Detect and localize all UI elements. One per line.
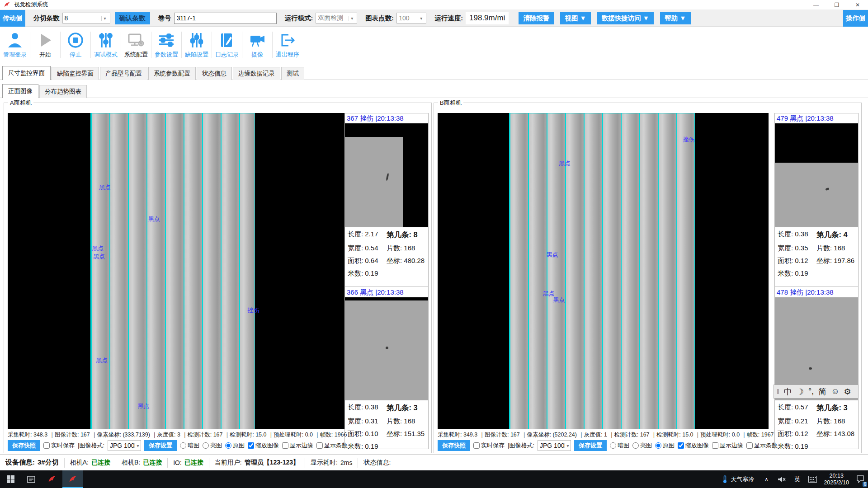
dark-image-radio-input[interactable] — [180, 442, 186, 449]
clear-alarm-button[interactable]: 清除报警 — [519, 12, 554, 24]
defect-card[interactable]: 367 挫伤 |20:13:38 长度: 2.17第几条: 8宽度: 0.54片… — [345, 113, 428, 280]
maximize-button[interactable]: ❐ — [826, 0, 847, 9]
realtime-save-checkbox[interactable]: 实时保存 — [43, 441, 75, 450]
toolbar-button-system-config[interactable]: 系统配置 — [121, 31, 151, 59]
original-image-radio[interactable]: 原图 — [655, 441, 675, 450]
io-conn-status: 已连接 — [184, 459, 203, 467]
show-edge-checkbox[interactable]: 显示边缘 — [712, 441, 743, 450]
original-image-radio-input[interactable] — [225, 442, 231, 449]
defect-card[interactable]: 478 挫伤 |20:13:38 长度: 0.57第几条: 3宽度: 0.21片… — [775, 286, 858, 449]
defect-field: 宽度: 0.54 — [348, 244, 387, 253]
main-tab-2[interactable]: 产品型号配置 — [100, 67, 147, 80]
bright-image-radio[interactable]: 亮图 — [203, 441, 222, 450]
dark-image-radio[interactable]: 暗图 — [610, 441, 629, 450]
toolbar-button-log[interactable]: 日志记录 — [212, 31, 242, 59]
ime-grip-handle[interactable]: ‖ — [777, 388, 779, 395]
original-image-radio[interactable]: 原图 — [225, 441, 245, 450]
realtime-save-checkbox-input[interactable] — [473, 442, 480, 449]
toolbar-button-play[interactable]: 开始 — [30, 31, 60, 59]
defect-field: 宽度: 0.21 — [778, 417, 816, 426]
toolbar-button-param-settings[interactable]: 参数设置 — [151, 31, 181, 59]
ime-halfmoon-icon[interactable]: ☽ — [797, 387, 804, 397]
original-image-radio-input[interactable] — [655, 442, 661, 449]
save-snapshot-button[interactable]: 保存快照 — [8, 440, 40, 451]
ime-simplified-icon[interactable]: 简 — [818, 386, 826, 397]
show-hidden-icons-button[interactable]: ∧ — [759, 470, 774, 488]
dark-image-radio-input[interactable] — [610, 442, 616, 449]
main-tab-5[interactable]: 边缘数据记录 — [233, 67, 280, 80]
realtime-save-checkbox-input[interactable] — [43, 442, 50, 449]
clock-tray-item[interactable]: 20:13 2025/2/10 — [820, 473, 853, 486]
zoom-image-checkbox-input[interactable] — [248, 442, 254, 449]
ime-settings-gear-icon[interactable]: ⚙ — [844, 387, 851, 397]
bright-image-radio[interactable]: 亮图 — [632, 441, 652, 450]
volume-muted-icon[interactable] — [774, 470, 789, 488]
chart-points-label: 图表点数: — [365, 14, 394, 23]
defect-card[interactable]: 366 黑点 |20:13:38 长度: 0.38第几条: 3宽度: 0.31片… — [345, 286, 428, 449]
sub-tab-1[interactable]: 分布趋势图表 — [39, 85, 87, 98]
image-format-select[interactable]: JPG 100▾ — [538, 440, 571, 451]
bright-image-radio-input[interactable] — [632, 442, 639, 449]
data-quick-access-button[interactable]: 数据快捷访问 ▼ — [597, 12, 654, 24]
toolbar-button-label: 管理登录 — [3, 51, 27, 59]
drive-side-button[interactable]: 传动侧 — [0, 10, 25, 27]
show-edge-checkbox-input[interactable] — [282, 442, 288, 449]
confirm-count-button[interactable]: 确认条数 — [115, 12, 150, 24]
ime-language-tray[interactable]: 英 — [789, 470, 805, 488]
save-settings-button[interactable]: 保存设置 — [144, 440, 177, 451]
show-strips-checkbox-input[interactable] — [746, 442, 753, 449]
show-strips-checkbox-input[interactable] — [316, 442, 323, 449]
main-tab-0[interactable]: 尺寸监控界面 — [2, 66, 51, 80]
close-button[interactable]: ✕ — [847, 0, 868, 9]
show-strips-checkbox[interactable]: 显示条数 — [746, 441, 778, 450]
touch-keyboard-icon[interactable] — [805, 470, 820, 488]
toolbar-button-stop[interactable]: 停止 — [61, 31, 90, 59]
slit-count-select[interactable]: 8 ▾ — [62, 13, 110, 23]
main-tab-4[interactable]: 状态信息 — [197, 67, 232, 80]
minimize-button[interactable]: — — [806, 0, 826, 9]
dark-image-radio[interactable]: 暗图 — [180, 441, 199, 450]
ime-lang-chinese[interactable]: 中 — [784, 386, 792, 397]
defect-image-label: 黑点 — [96, 357, 108, 365]
toolbar-button-user[interactable]: 管理登录 — [0, 31, 30, 59]
operator-side-button[interactable]: 操作侧 — [843, 10, 868, 27]
roll-number-input[interactable] — [174, 13, 277, 24]
view-menu-button[interactable]: 视图 ▼ — [560, 12, 590, 24]
main-tab-6[interactable]: 测试 — [281, 67, 304, 80]
camera-b-status-line: 采集耗时: 349.3 ｜图像计数: 167 ｜像素坐标: (5202,24) … — [438, 431, 774, 439]
toolbar-button-exit[interactable]: 退出程序 — [273, 31, 302, 59]
zoom-image-checkbox[interactable]: 缩放图像 — [248, 441, 279, 450]
save-settings-button[interactable]: 保存设置 — [574, 440, 607, 451]
toolbar-button-camera[interactable]: 摄像 — [242, 31, 272, 59]
notification-center-button[interactable]: 6 — [853, 470, 868, 488]
help-menu-button[interactable]: 帮助 ▼ — [660, 12, 690, 24]
weather-tray-item[interactable]: 天气寒冷 — [717, 475, 759, 483]
defect-field: 长度: 0.38 — [778, 230, 816, 240]
chart-points-select[interactable]: 100 ▾ — [396, 13, 426, 23]
main-tab-3[interactable]: 系统参数配置 — [148, 67, 196, 80]
pinned-app-icon[interactable] — [42, 470, 62, 488]
realtime-save-checkbox[interactable]: 实时保存 — [473, 441, 505, 450]
image-format-select[interactable]: JPG 100▾ — [108, 440, 141, 451]
defect-card[interactable]: 479 黑点 |20:13:38 长度: 0.38第几条: 4宽度: 0.35片… — [775, 113, 858, 280]
zoom-image-checkbox-input[interactable] — [678, 442, 684, 449]
bright-image-radio-input[interactable] — [203, 442, 209, 449]
zoom-image-checkbox[interactable]: 缩放图像 — [678, 441, 709, 450]
toolbar-button-label: 缺陷设置 — [185, 51, 208, 59]
running-app-icon[interactable] — [62, 470, 83, 488]
show-strips-checkbox[interactable]: 显示条数 — [316, 441, 348, 450]
ime-punctuation-icon[interactable]: °, — [808, 387, 814, 396]
run-mode-select[interactable]: 双面检测 ▾ — [316, 13, 357, 23]
start-button[interactable] — [0, 470, 21, 488]
show-edge-checkbox-input[interactable] — [712, 442, 718, 449]
defect-field: 片数: 168 — [387, 417, 426, 426]
task-view-button[interactable] — [21, 470, 42, 488]
main-tab-1[interactable]: 缺陷监控界面 — [52, 67, 99, 80]
ime-language-bar[interactable]: ‖ 中 ☽ °, 简 ☺ ⚙ — [774, 385, 859, 399]
sub-tab-0[interactable]: 正面图像 — [2, 84, 38, 98]
save-snapshot-button[interactable]: 保存快照 — [438, 440, 470, 451]
show-edge-checkbox[interactable]: 显示边缘 — [282, 441, 313, 450]
ime-emoji-icon[interactable]: ☺ — [831, 387, 839, 396]
toolbar-button-debug-mode[interactable]: 调试模式 — [91, 31, 121, 59]
toolbar-button-defect-settings[interactable]: 缺陷设置 — [182, 31, 212, 59]
